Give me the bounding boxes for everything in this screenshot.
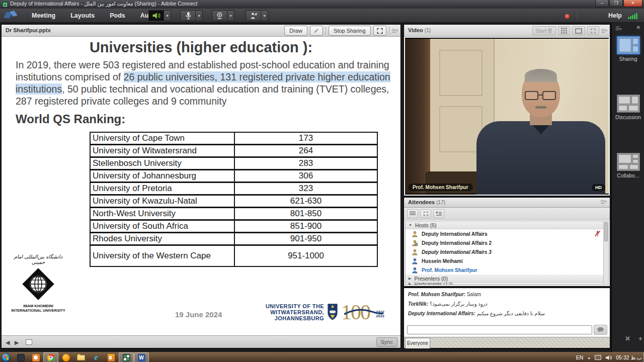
prev-icon: ◀ bbox=[6, 339, 10, 345]
layout-thumbnail[interactable] bbox=[617, 95, 640, 113]
draw-button[interactable]: Draw bbox=[284, 26, 307, 36]
presentation-slide: Universities (higher education ): In 201… bbox=[2, 37, 400, 335]
app-icon bbox=[2, 2, 8, 7]
attendees-pod-title: Attendees bbox=[408, 199, 435, 205]
adobe-connect-icon bbox=[123, 354, 130, 361]
taskbar-app-connect[interactable] bbox=[119, 352, 134, 362]
video-pod-menu-button[interactable]: ☰▾ bbox=[601, 28, 607, 34]
connection-signal-icon[interactable] bbox=[628, 13, 639, 19]
video-fullscreen-button[interactable] bbox=[587, 26, 599, 35]
host-person-icon bbox=[412, 249, 418, 255]
start-button[interactable] bbox=[2, 353, 11, 362]
sidebar-close-button[interactable]: ✕ bbox=[636, 25, 640, 30]
next-slide-button[interactable]: ▶ bbox=[15, 339, 19, 346]
layout-discussion[interactable]: Discussion bbox=[612, 95, 644, 120]
participant-person-icon bbox=[412, 267, 418, 274]
speaker-button[interactable] bbox=[148, 10, 164, 21]
chat-message: Deputy International Affairs: سلام تا دق… bbox=[408, 311, 606, 316]
taskbar-app-firefox[interactable] bbox=[58, 352, 73, 362]
pod-close-button[interactable]: ✕ bbox=[625, 335, 630, 342]
share-pod: Dr Sharifpur.pptx Draw Stop Sharing ☰▾ U… bbox=[1, 24, 401, 348]
caret-down-icon: ▾ bbox=[620, 27, 622, 31]
layout-label: Sharing bbox=[612, 56, 644, 62]
group-hosts[interactable]: ▼ Hosts (5) bbox=[406, 221, 604, 229]
group-participants[interactable]: ▶ Participants (12) bbox=[406, 283, 604, 285]
table-row: Rhodes University901-950 bbox=[90, 233, 377, 245]
attendee-list-view-button[interactable] bbox=[407, 209, 418, 218]
taskbar-app-word[interactable]: W bbox=[134, 352, 149, 362]
close-button[interactable]: ✕ bbox=[623, 0, 642, 7]
table-row: University of South Africa851-900 bbox=[90, 220, 377, 233]
sort-attendees-button[interactable] bbox=[433, 209, 444, 218]
slide-date: 19 June 2024 bbox=[175, 310, 222, 319]
start-webcam-button[interactable]: Start bbox=[532, 26, 555, 35]
taskbar-app-media[interactable] bbox=[28, 352, 43, 362]
firefox-icon bbox=[62, 354, 70, 361]
webcam-button[interactable] bbox=[212, 10, 227, 21]
caret-down-icon: ▾ bbox=[198, 14, 200, 18]
tray-expand-icon[interactable]: ▲ bbox=[587, 356, 591, 359]
sync-button[interactable]: Sync bbox=[376, 337, 397, 347]
pod-add-button[interactable]: + bbox=[638, 335, 642, 342]
previous-slide-button[interactable]: ◀ bbox=[6, 339, 10, 346]
layout-sharing[interactable]: Sharing bbox=[612, 36, 644, 62]
table-row: University of Pretoria323 bbox=[90, 183, 377, 195]
menu-pods[interactable]: Pods bbox=[102, 9, 133, 23]
language-indicator[interactable]: EN bbox=[576, 354, 584, 360]
status-raise-hand-button[interactable] bbox=[246, 10, 261, 21]
minimize-button[interactable]: – bbox=[595, 0, 609, 7]
maximize-button[interactable]: ❐ bbox=[609, 0, 623, 7]
attendee-row[interactable]: Prof. Mohsen Sharifpur bbox=[406, 265, 604, 275]
attendees-pod-menu-button[interactable]: ☰▾ bbox=[601, 199, 607, 205]
taskbar-app-chrome[interactable] bbox=[43, 352, 58, 362]
layout-thumbnail[interactable] bbox=[617, 153, 640, 171]
taskbar-app-ie[interactable]: e bbox=[89, 352, 104, 362]
clock[interactable]: 05:32 ب.ظ bbox=[616, 354, 642, 360]
attendee-row[interactable]: Deputy International Affairs bbox=[406, 229, 604, 238]
attendee-row[interactable]: Hussein Meihami bbox=[406, 256, 604, 265]
chat-input[interactable] bbox=[407, 325, 592, 334]
stop-sharing-button[interactable]: Stop Sharing bbox=[329, 26, 371, 36]
chat-pod: Prof. Mohsen Sharifpur: Salam TorkNik: د… bbox=[404, 288, 610, 348]
media-player-icon bbox=[32, 354, 40, 361]
help-menu[interactable]: Help bbox=[608, 9, 622, 23]
attendees-count: (17) bbox=[436, 200, 445, 205]
menu-meeting[interactable]: Meeting bbox=[24, 9, 63, 23]
internet-explorer-icon: e bbox=[94, 353, 98, 361]
raise-hand-icon bbox=[250, 12, 257, 20]
menu-layouts[interactable]: Layouts bbox=[63, 9, 102, 23]
sidebar-menu-button[interactable]: ☰▾ bbox=[615, 26, 621, 31]
table-row: North-West University801-850 bbox=[90, 208, 377, 220]
tab-everyone[interactable]: Everyone bbox=[405, 338, 430, 348]
microphone-caret[interactable]: ▾ bbox=[196, 10, 203, 21]
recording-indicator-icon bbox=[565, 14, 570, 19]
grid-view-button[interactable] bbox=[558, 26, 570, 35]
attendee-row[interactable]: Deputy International Affairs 2 bbox=[406, 238, 604, 247]
webcam-caret[interactable]: ▾ bbox=[227, 10, 234, 21]
window-title: Deputy of International Affairs - معاونت… bbox=[10, 1, 197, 7]
grid-icon bbox=[561, 28, 567, 34]
microphone-button[interactable] bbox=[180, 10, 196, 21]
layout-collaboration[interactable]: Collabo... bbox=[612, 153, 644, 178]
webcam-speaker bbox=[465, 59, 601, 194]
taskbar-app-explorer[interactable] bbox=[73, 352, 89, 362]
taskbar-app-1[interactable] bbox=[13, 352, 28, 362]
layout-thumbnail[interactable] bbox=[617, 36, 640, 54]
app-icon bbox=[17, 354, 25, 361]
taskbar-app-office[interactable] bbox=[104, 352, 119, 362]
attendees-scrollbar[interactable] bbox=[603, 221, 609, 285]
sidebar-toggle-icon[interactable] bbox=[26, 339, 32, 345]
fullscreen-button[interactable] bbox=[373, 26, 386, 36]
speaker-caret[interactable]: ▾ bbox=[164, 10, 171, 21]
share-pod-menu-button[interactable]: ☰▾ bbox=[392, 28, 398, 34]
pointer-pen-button[interactable] bbox=[310, 26, 323, 36]
group-presenters[interactable]: ▶ Presenters (0) bbox=[406, 275, 604, 283]
send-message-button[interactable] bbox=[594, 325, 607, 335]
network-icon[interactable] bbox=[595, 355, 601, 360]
attendee-row[interactable]: Deputy International Affairs 3 bbox=[406, 247, 604, 256]
video-pod-header: Video (1) Start bbox=[404, 25, 610, 37]
breakout-view-button[interactable] bbox=[420, 209, 431, 218]
status-caret[interactable]: ▾ bbox=[261, 10, 268, 21]
filmstrip-view-button[interactable] bbox=[572, 26, 585, 35]
volume-icon[interactable] bbox=[605, 355, 612, 360]
